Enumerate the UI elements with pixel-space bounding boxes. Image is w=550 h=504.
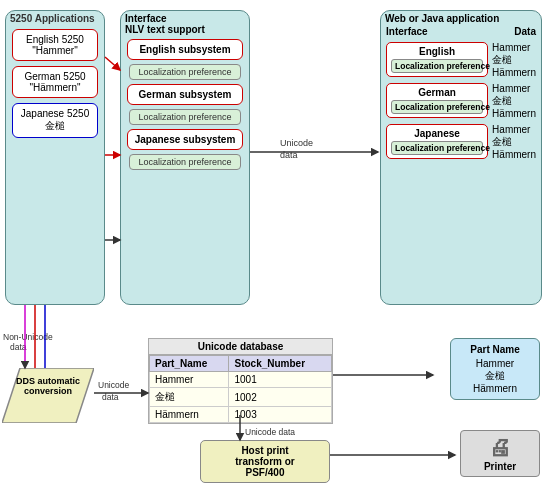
part-name-title: Part Name xyxy=(456,344,534,355)
german-loc-pref: Localization preference xyxy=(129,109,241,125)
interface-title1: Interface xyxy=(125,13,245,24)
printer-box: 🖨 Printer xyxy=(460,430,540,477)
db-row-3: Hämmern 1003 xyxy=(150,407,332,423)
dds-box: DDS automatic conversion xyxy=(2,368,94,423)
diagram: 5250 Applications English 5250 "Hammer" … xyxy=(0,0,550,504)
web-japanese-data: Hammer 金槌 Hämmern xyxy=(492,124,536,160)
web-german-row: German Localization preference Hammer 金槌… xyxy=(386,83,536,119)
printer-label: Printer xyxy=(465,461,535,472)
dds-label: DDS automatic conversion xyxy=(12,376,84,396)
german-5250-app: German 5250 "Hämmern" xyxy=(12,66,98,98)
5250-title: 5250 Applications xyxy=(6,11,104,24)
svg-text:data: data xyxy=(102,392,119,402)
box-interface: Interface NLV text support English subsy… xyxy=(120,10,250,305)
svg-text:Non-Unicode: Non-Unicode xyxy=(3,332,53,342)
svg-text:Unicode: Unicode xyxy=(280,138,313,148)
part-name-item-1: Hammer xyxy=(456,358,534,369)
db-col2-header: Stock_Number xyxy=(229,356,332,372)
box-web-java: Web or Java application Interface Data E… xyxy=(380,10,542,305)
svg-text:data: data xyxy=(10,342,27,352)
german-subsystem: German subsystem xyxy=(127,84,243,105)
host-print-box: Host print transform or PSF/400 xyxy=(200,440,330,483)
japanese-subsystem: Japanese subsystem xyxy=(127,129,243,150)
web-english-loc: Localization preference xyxy=(391,59,483,73)
db-table: Part_Name Stock_Number Hammer 1001 金槌 10… xyxy=(149,355,332,423)
printer-icon: 🖨 xyxy=(465,435,535,461)
web-title: Web or Java application xyxy=(381,11,541,24)
db-row-1: Hammer 1001 xyxy=(150,372,332,388)
db-col1-header: Part_Name xyxy=(150,356,229,372)
part-name-box: Part Name Hammer 金槌 Hämmern xyxy=(450,338,540,400)
english-loc-pref: Localization preference xyxy=(129,64,241,80)
part-name-item-2: 金槌 xyxy=(456,369,534,383)
svg-line-4 xyxy=(105,57,120,70)
german-subsystem-group: German subsystem Localization preference xyxy=(121,84,249,125)
svg-text:Unicode: Unicode xyxy=(98,380,129,390)
interface-title2: NLV text support xyxy=(125,24,245,35)
db-title: Unicode database xyxy=(149,339,332,355)
japanese-5250-app: Japanese 5250 金槌 xyxy=(12,103,98,138)
english-5250-app: English 5250 "Hammer" xyxy=(12,29,98,61)
db-row-2: 金槌 1002 xyxy=(150,388,332,407)
web-german-loc: Localization preference xyxy=(391,100,483,114)
english-subsystem-group: English subsystem Localization preferenc… xyxy=(121,39,249,80)
japanese-subsystem-group: Japanese subsystem Localization preferen… xyxy=(121,129,249,170)
web-japanese-row: Japanese Localization preference Hammer … xyxy=(386,124,536,160)
web-german-lang: German Localization preference xyxy=(386,83,488,118)
english-subsystem: English subsystem xyxy=(127,39,243,60)
unicode-database-box: Unicode database Part_Name Stock_Number … xyxy=(148,338,333,424)
svg-text:Unicode data: Unicode data xyxy=(245,427,295,437)
web-german-data: Hammer 金槌 Hämmern xyxy=(492,83,536,119)
web-japanese-lang: Japanese Localization preference xyxy=(386,124,488,159)
web-col-headers: Interface Data xyxy=(381,24,541,37)
japanese-loc-pref: Localization preference xyxy=(129,154,241,170)
web-english-lang: English Localization preference xyxy=(386,42,488,77)
part-name-item-3: Hämmern xyxy=(456,383,534,394)
web-english-data: Hammer 金槌 Hämmern xyxy=(492,42,536,78)
svg-text:data: data xyxy=(280,150,298,160)
web-english-row: English Localization preference Hammer 金… xyxy=(386,42,536,78)
web-japanese-loc: Localization preference xyxy=(391,141,483,155)
box-5250-apps: 5250 Applications English 5250 "Hammer" … xyxy=(5,10,105,305)
